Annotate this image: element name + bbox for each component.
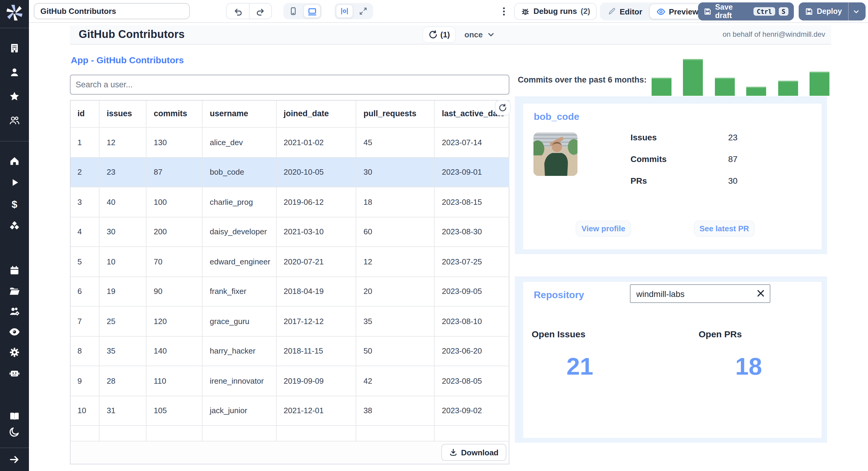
column-header[interactable]: commits xyxy=(147,100,203,128)
pencil-icon xyxy=(608,7,616,16)
user-group-gear-icon[interactable] xyxy=(7,304,22,318)
cubes-icon[interactable] xyxy=(7,218,22,233)
table-row[interactable]: 51070edward_engineer2020-07-21122023-07-… xyxy=(70,247,509,277)
commit-bar xyxy=(652,77,672,96)
deploy-button-group: Deploy xyxy=(799,2,866,21)
sidebar-divider xyxy=(0,141,29,141)
kbd-s: S xyxy=(778,7,788,16)
stat-label: Issues xyxy=(630,133,657,142)
gear-icon[interactable] xyxy=(7,345,22,360)
table-header-row: id issues commits username joined_date p… xyxy=(70,100,509,128)
debug-runs-button[interactable]: Debug runs (2) xyxy=(514,3,597,20)
undo-button[interactable] xyxy=(226,3,249,19)
topbar: Debug runs (2) Editor Preview Save draft… xyxy=(29,0,868,23)
fullscreen-button[interactable] xyxy=(354,4,372,18)
stat-label: PRs xyxy=(630,176,647,186)
refresh-icon xyxy=(498,103,507,112)
commit-bar xyxy=(715,77,735,96)
refresh-count-button[interactable]: (1) xyxy=(422,26,456,42)
app-link-title[interactable]: App - GitHub Contributors xyxy=(71,55,184,65)
open-prs-count: 18 xyxy=(735,352,762,380)
bug-icon xyxy=(521,7,530,16)
deploy-dropdown-button[interactable] xyxy=(848,2,864,21)
table-row-selected[interactable]: 22387bob_code2020-10-05302023-09-01 xyxy=(70,158,509,187)
column-header[interactable]: joined_date xyxy=(276,100,356,128)
column-header[interactable]: id xyxy=(70,100,99,128)
open-issues-label: Open Issues xyxy=(532,329,585,339)
deploy-button[interactable]: Deploy xyxy=(799,2,848,21)
arrow-right-icon[interactable] xyxy=(7,452,22,467)
app-window: $ xyxy=(0,0,868,471)
users-icon[interactable] xyxy=(7,113,22,128)
star-icon[interactable] xyxy=(7,89,22,104)
sidebar-divider xyxy=(0,447,29,448)
dollar-icon[interactable]: $ xyxy=(7,197,22,211)
stat-value: 30 xyxy=(728,176,738,186)
chevron-down-icon xyxy=(852,7,860,15)
contributors-table: id issues commits username joined_date p… xyxy=(70,100,509,464)
table-row[interactable]: 340100charlie_prog2019-06-12182023-08-15 xyxy=(70,187,509,217)
chevron-down-icon xyxy=(487,30,495,38)
eye-preview-icon xyxy=(656,7,665,16)
view-profile-button[interactable]: View profile xyxy=(576,221,631,237)
column-header[interactable]: username xyxy=(203,100,276,128)
table-refresh-button[interactable] xyxy=(495,100,510,115)
commit-bar xyxy=(778,80,798,96)
profile-card: bob_code xyxy=(523,104,821,249)
app-header-bar: GitHub Contributors (1) once on behalf o… xyxy=(70,25,831,44)
mobile-view-button[interactable] xyxy=(284,4,302,18)
table-row-empty xyxy=(70,426,509,441)
repository-panel: Repository Open Issues Open PRs 21 18 xyxy=(515,276,827,442)
save-draft-button[interactable]: Save draft CtrlS xyxy=(698,2,794,21)
commit-bar xyxy=(747,87,767,96)
play-icon[interactable] xyxy=(7,175,22,190)
calendar-icon[interactable] xyxy=(7,263,22,278)
building-icon[interactable] xyxy=(7,41,22,56)
stat-value: 23 xyxy=(728,133,738,142)
commit-bar xyxy=(683,59,703,96)
device-toggle xyxy=(283,3,322,19)
redo-button[interactable] xyxy=(249,3,272,19)
clear-input-icon[interactable] xyxy=(755,289,765,298)
repository-input[interactable] xyxy=(629,284,770,303)
app-title-input[interactable] xyxy=(34,3,190,19)
eye-icon[interactable] xyxy=(7,325,22,339)
table-row[interactable]: 430200daisy_developer2021-03-10602023-08… xyxy=(70,217,509,247)
preview-tab[interactable]: Preview xyxy=(649,4,706,19)
repository-title: Repository xyxy=(534,290,584,300)
table-row[interactable]: 112130alice_dev2021-01-02452023-07-14 xyxy=(70,128,509,158)
open-issues-count: 21 xyxy=(567,352,593,380)
save-icon xyxy=(805,7,813,16)
column-header[interactable]: pull_requests xyxy=(356,100,435,128)
folder-open-icon[interactable] xyxy=(7,284,22,298)
editor-tab[interactable]: Editor xyxy=(601,4,649,19)
see-latest-pr-button[interactable]: See latest PR xyxy=(694,221,755,237)
column-header[interactable]: issues xyxy=(99,100,147,128)
book-icon[interactable] xyxy=(7,409,22,424)
table-row[interactable]: 61990frank_fixer2018-04-19202023-09-05 xyxy=(70,277,509,307)
robot-icon[interactable] xyxy=(7,366,22,380)
commits-bar-chart xyxy=(652,59,830,96)
repository-card: Repository Open Issues Open PRs 21 18 xyxy=(523,281,821,438)
table-row[interactable]: 725120grace_guru2017-12-12352023-08-10 xyxy=(70,307,509,336)
center-align-button[interactable] xyxy=(336,4,353,18)
stat-value: 87 xyxy=(728,154,738,164)
sidebar-divider xyxy=(0,28,29,28)
table-footer: Download xyxy=(70,441,509,464)
table-row[interactable]: 1031105jack_junior2021-12-01382023-09-02 xyxy=(70,396,509,426)
windmill-logo-icon[interactable] xyxy=(7,5,22,21)
more-menu-icon[interactable] xyxy=(499,7,509,16)
home-icon[interactable] xyxy=(7,154,22,168)
table-row[interactable]: 835140harry_hacker2018-11-15502023-06-20 xyxy=(70,336,509,366)
page-title: GitHub Contributors xyxy=(79,28,185,41)
download-button[interactable]: Download xyxy=(441,444,506,461)
stat-label: Commits xyxy=(630,154,667,164)
user-icon[interactable] xyxy=(7,65,22,79)
table-row[interactable]: 928110irene_innovator2019-09-09422023-08… xyxy=(70,366,509,396)
refresh-icon xyxy=(428,30,437,39)
schedule-select[interactable]: once xyxy=(464,25,495,44)
search-input[interactable] xyxy=(70,75,509,95)
profile-username: bob_code xyxy=(534,111,579,122)
desktop-view-button[interactable] xyxy=(303,4,321,18)
moon-icon[interactable] xyxy=(7,425,22,439)
